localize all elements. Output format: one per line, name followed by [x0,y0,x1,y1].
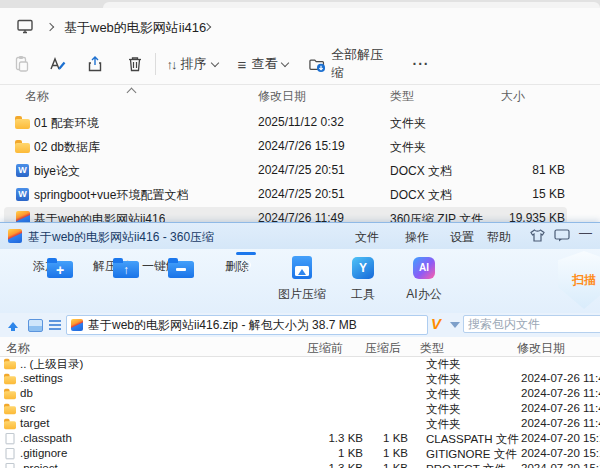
delete-archive-button[interactable]: 删除 [209,255,265,275]
file-type: 文件夹 [390,139,426,156]
toolbar-divider [155,53,156,75]
entry-date: 2024-07-20 15:11 [521,462,600,468]
vip-icon[interactable]: V [431,315,441,332]
archive-row[interactable]: .settings 文件夹 2024-07-26 11:49 [0,371,600,386]
one-key-extract-button[interactable]: 一键解压 [138,255,194,275]
minimize-button[interactable]: — [579,225,592,240]
breadcrumb-folder[interactable]: 基于web的电影网站ii416 [64,19,206,37]
column-type[interactable]: 类型 [420,340,444,357]
entry-type: CLASSPATH 文件 [426,432,519,447]
file-icon [15,139,31,153]
thumbnail-view-icon[interactable] [28,319,43,332]
screen: 基于web的电影网站ii416 ↑↓ 排序 ≡ [0,0,600,468]
tools-button[interactable]: 工具 [335,255,391,303]
add-button[interactable]: + 添加 [17,255,73,275]
menu-actions[interactable]: 操作 [405,229,429,246]
archive-row[interactable]: .classpath 1.3 KB 1 KB CLASSPATH 文件 2024… [0,431,600,446]
entry-type: GITIGNORE 文件 [426,447,517,462]
column-date[interactable]: 修改日期 [258,88,306,105]
entry-name: .gitignore [20,447,67,459]
column-name[interactable]: 名称 [6,340,30,357]
file-date: 2024/7/26 15:19 [258,139,345,153]
chevron-down-icon [210,58,218,66]
scan-label: 扫描 [572,272,596,289]
explorer-file-list: 01 配套环境 2025/11/12 0:32 文件夹 02 db数据库 202… [0,110,600,230]
entry-name: .settings [20,372,63,384]
file-row[interactable]: 01 配套环境 2025/11/12 0:32 文件夹 [0,110,600,134]
archive-row[interactable]: target 文件夹 2024-07-26 11:49 [0,416,600,431]
sort-button[interactable]: ↑↓ 排序 [163,48,221,80]
file-icon [4,388,17,399]
file-date: 2025/11/12 0:32 [258,115,344,129]
rename-icon [48,55,67,73]
entry-date: 2024-07-26 11:49 [521,387,600,399]
more-button[interactable]: ··· [406,48,436,80]
search-input[interactable] [463,315,600,333]
share-icon [86,55,104,73]
menu-file[interactable]: 文件 [355,229,379,246]
view-button[interactable]: ≡ 查看 [235,48,291,80]
file-name: springboot+vue环境配置文档 [34,187,188,204]
file-size: 15 KB [470,187,565,201]
zip-titlebar[interactable]: 基于web的电影网站ii416 - 360压缩 文件 操作 设置 帮助 — [0,223,600,249]
column-type[interactable]: 类型 [390,88,414,105]
column-size[interactable]: 大小 [501,88,525,105]
column-after[interactable]: 压缩后 [365,340,401,357]
entry-type: 文件夹 [426,402,461,417]
zip-address-bar: 基于web的电影网站ii416.zip - 解包大小为 38.7 MB V [0,313,600,337]
chevron-right-icon[interactable] [46,23,54,31]
explorer-tab-strip [0,0,600,8]
archive-path-text: 基于web的电影网站ii416.zip - 解包大小为 38.7 MB [88,317,357,334]
column-before[interactable]: 压缩前 [307,340,343,357]
menu-settings[interactable]: 设置 [450,229,474,246]
this-pc-icon[interactable] [16,18,34,35]
file-name: 02 db数据库 [34,139,100,156]
archive-path-box[interactable]: 基于web的电影网站ii416.zip - 解包大小为 38.7 MB [66,315,428,335]
ai-office-button[interactable]: AI办公 [396,255,452,303]
share-button[interactable] [82,48,108,80]
feedback-icon[interactable] [554,229,570,242]
up-level-icon[interactable] [7,317,19,331]
archive-row[interactable]: .. (上级目录) 文件夹 [0,356,600,371]
breadcrumb: 基于web的电影网站ii416 [0,10,600,44]
extract-all-label: 全部解压缩 [331,46,394,82]
entry-name: src [20,402,35,414]
delete-button[interactable] [122,48,148,80]
entry-date: 2024-07-26 11:49 [521,402,600,414]
column-date[interactable]: 修改日期 [517,340,565,357]
view-icon: ≡ [238,56,247,73]
entry-date: 2024-07-26 11:49 [521,372,600,384]
file-name: biye论文 [34,163,80,180]
paste-button[interactable] [8,48,34,80]
archive-row[interactable]: db 文件夹 2024-07-26 11:49 [0,386,600,401]
extract-all-button[interactable]: 全部解压缩 [308,48,394,80]
file-date: 2024/7/25 20:51 [258,163,345,177]
column-headers: 名称 修改日期 类型 大小 [0,86,600,104]
file-icon [15,187,31,201]
file-row[interactable]: springboot+vue环境配置文档 2024/7/25 20:51 DOC… [0,182,600,206]
file-type: DOCX 文档 [390,163,452,180]
dropdown-icon[interactable] [450,322,460,328]
image-compress-icon [292,256,312,279]
archive-file-list: .. (上级目录) 文件夹 .settings 文件夹 2024-07-26 1… [0,356,600,468]
file-date: 2024/7/25 20:51 [258,187,345,201]
archive-row[interactable]: .gitignore 1 KB 1 KB GITIGNORE 文件 2024-0… [0,446,600,461]
file-row[interactable]: biye论文 2024/7/25 20:51 DOCX 文档 81 KB [0,158,600,182]
list-view-icon[interactable] [49,320,61,322]
file-size: 81 KB [470,163,565,177]
menu-help[interactable]: 帮助 [487,229,511,246]
rename-button[interactable] [44,48,70,80]
archive-row[interactable]: .project 1.3 KB 1 KB PROJECT 文件 2024-07-… [0,461,600,468]
archive-row[interactable]: src 文件夹 2024-07-26 11:49 [0,401,600,416]
entry-type: 文件夹 [426,417,461,432]
file-type: DOCX 文档 [390,187,452,204]
column-name[interactable]: 名称 [25,88,49,105]
zip-toolbar: + 添加 ↑ 解压到 一键解压 删除 图片压缩 工具 [0,249,600,313]
file-icon [4,448,17,459]
image-compress-button[interactable]: 图片压缩 [274,255,330,303]
zip-app-icon [8,229,22,243]
skin-icon[interactable] [529,228,546,243]
extract-to-button[interactable]: ↑ 解压到 [83,255,139,275]
size-after: 1 KB [348,447,408,459]
file-row[interactable]: 02 db数据库 2024/7/26 15:19 文件夹 [0,134,600,158]
